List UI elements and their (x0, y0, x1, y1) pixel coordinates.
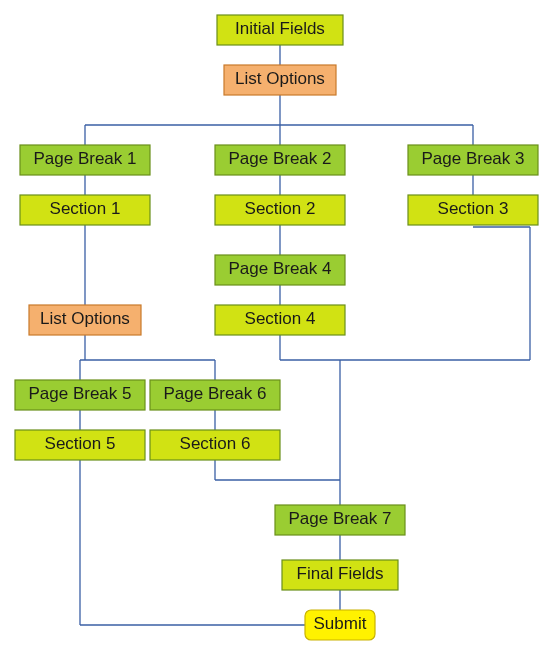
section-2-label: Section 2 (245, 199, 316, 218)
page-break-6-node: Page Break 6 (150, 380, 280, 410)
section-6-label: Section 6 (180, 434, 251, 453)
section-5-node: Section 5 (15, 430, 145, 460)
page-break-5-node: Page Break 5 (15, 380, 145, 410)
page-break-1-node: Page Break 1 (20, 145, 150, 175)
section-2-node: Section 2 (215, 195, 345, 225)
section-4-label: Section 4 (245, 309, 316, 328)
page-break-2-node: Page Break 2 (215, 145, 345, 175)
section-6-node: Section 6 (150, 430, 280, 460)
page-break-6-label: Page Break 6 (163, 384, 266, 403)
page-break-4-node: Page Break 4 (215, 255, 345, 285)
section-5-label: Section 5 (45, 434, 116, 453)
list-options-top-node: List Options (224, 65, 336, 95)
final-fields-label: Final Fields (297, 564, 384, 583)
section-3-label: Section 3 (438, 199, 509, 218)
page-break-5-label: Page Break 5 (28, 384, 131, 403)
page-break-7-label: Page Break 7 (288, 509, 391, 528)
final-fields-node: Final Fields (282, 560, 398, 590)
initial-fields-node: Initial Fields (217, 15, 343, 45)
page-break-3-label: Page Break 3 (421, 149, 524, 168)
initial-fields-label: Initial Fields (235, 19, 325, 38)
list-options-left-node: List Options (29, 305, 141, 335)
page-break-1-label: Page Break 1 (33, 149, 136, 168)
list-options-top-label: List Options (235, 69, 325, 88)
flow-diagram: Initial Fields List Options Page Break 1… (0, 0, 560, 652)
section-4-node: Section 4 (215, 305, 345, 335)
list-options-left-label: List Options (40, 309, 130, 328)
section-1-node: Section 1 (20, 195, 150, 225)
page-break-3-node: Page Break 3 (408, 145, 538, 175)
page-break-4-label: Page Break 4 (228, 259, 331, 278)
submit-label: Submit (314, 614, 367, 633)
section-3-node: Section 3 (408, 195, 538, 225)
page-break-7-node: Page Break 7 (275, 505, 405, 535)
section-1-label: Section 1 (50, 199, 121, 218)
submit-node: Submit (305, 610, 375, 640)
page-break-2-label: Page Break 2 (228, 149, 331, 168)
